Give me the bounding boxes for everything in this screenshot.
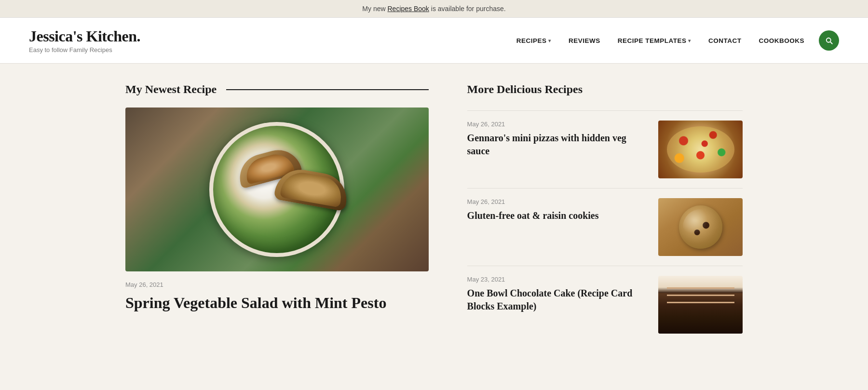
recipe-card-text: May 26, 2021 Gennaro's mini pizzas with … xyxy=(467,121,649,158)
recipe-card-image[interactable] xyxy=(658,121,743,178)
recipe-card-image[interactable] xyxy=(658,198,743,256)
recipe-card-image[interactable] xyxy=(658,276,743,334)
newest-recipe-image[interactable] xyxy=(125,108,429,271)
main-nav: RECIPES ▾ REVIEWS RECIPE TEMPLATES ▾ CON… xyxy=(510,30,839,51)
announcement-text-after: is available for purchase. xyxy=(429,5,506,13)
heading-divider xyxy=(226,89,428,90)
cookie-circle xyxy=(679,205,722,249)
recipe-card-title[interactable]: One Bowl Chocolate Cake (Recipe Card Blo… xyxy=(467,287,649,313)
site-header: Jessica's Kitchen. Easy to follow Family… xyxy=(0,18,868,64)
more-recipes-section: More Delicious Recipes May 26, 2021 Genn… xyxy=(467,83,743,343)
site-logo-title: Jessica's Kitchen. xyxy=(29,27,140,45)
recipe-card-text: May 23, 2021 One Bowl Chocolate Cake (Re… xyxy=(467,276,649,313)
announcement-text-before: My new xyxy=(362,5,387,13)
recipe-card-date: May 26, 2021 xyxy=(467,198,649,205)
chevron-down-icon: ▾ xyxy=(548,38,551,43)
main-content: My Newest Recipe May 26, 2021 Spring Veg… xyxy=(96,64,772,363)
newest-recipe-section: My Newest Recipe May 26, 2021 Spring Veg… xyxy=(125,83,429,343)
announcement-link[interactable]: Recipes Book xyxy=(387,5,429,13)
cookie-image xyxy=(658,198,743,256)
recipe-card-date: May 26, 2021 xyxy=(467,121,649,128)
newest-recipe-heading-row: My Newest Recipe xyxy=(125,83,429,96)
newest-recipe-title[interactable]: Spring Vegetable Salad with Mint Pesto xyxy=(125,293,429,313)
recipe-card-date: May 23, 2021 xyxy=(467,276,649,283)
newest-recipe-date: May 26, 2021 xyxy=(125,281,429,288)
nav-item-cookbooks[interactable]: COOKBOOKS xyxy=(752,33,811,48)
nav-item-recipe-templates[interactable]: RECIPE TEMPLATES ▾ xyxy=(611,33,698,48)
site-logo[interactable]: Jessica's Kitchen. Easy to follow Family… xyxy=(29,27,140,54)
newest-recipe-heading: My Newest Recipe xyxy=(125,83,217,96)
nav-item-contact[interactable]: CONTACT xyxy=(702,33,748,48)
more-recipes-heading: More Delicious Recipes xyxy=(467,83,743,96)
site-logo-subtitle: Easy to follow Family Recipes xyxy=(29,46,140,54)
recipe-card-title[interactable]: Gennaro's mini pizzas with hidden veg sa… xyxy=(467,132,649,158)
recipe-card: May 26, 2021 Gennaro's mini pizzas with … xyxy=(467,110,743,188)
search-button[interactable] xyxy=(819,30,839,51)
announcement-bar: My new Recipes Book is available for pur… xyxy=(0,0,868,18)
chevron-down-icon: ▾ xyxy=(688,38,691,43)
nav-item-recipes[interactable]: RECIPES ▾ xyxy=(510,33,558,48)
salad-bowl xyxy=(209,122,344,257)
cake-image xyxy=(658,276,743,334)
recipe-card: May 26, 2021 Gluten-free oat & raisin co… xyxy=(467,188,743,266)
search-icon xyxy=(825,36,833,45)
recipe-card-text: May 26, 2021 Gluten-free oat & raisin co… xyxy=(467,198,649,222)
recipe-card-title[interactable]: Gluten-free oat & raisin cookies xyxy=(467,209,649,222)
pizza-image xyxy=(658,121,743,178)
nav-item-reviews[interactable]: REVIEWS xyxy=(562,33,607,48)
recipe-card: May 23, 2021 One Bowl Chocolate Cake (Re… xyxy=(467,266,743,343)
